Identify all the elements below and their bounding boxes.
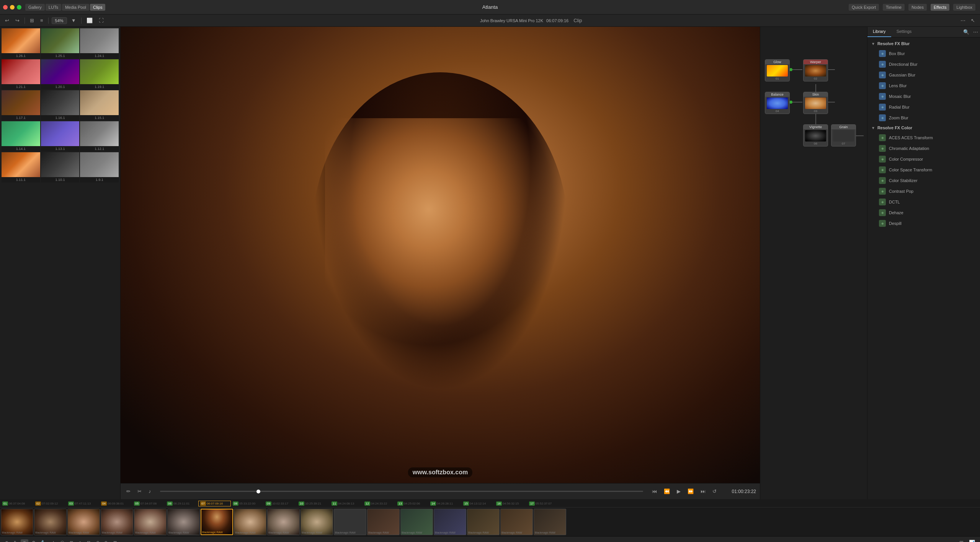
lib-item-color-space-transform[interactable]: ◈ Color Space Transform [867,164,980,175]
color-page-tool-9[interactable]: ◈ [77,539,83,542]
blade-tool-button[interactable]: ✂ [136,488,144,495]
list-item[interactable]: 1.13.1 [41,121,80,151]
zoom-dropdown[interactable]: ▼ [69,17,78,24]
audio-button[interactable]: ♪ [147,488,153,495]
lib-item-contrast-pop[interactable]: ◈ Contrast Pop [867,186,980,197]
color-page-tool-13[interactable]: ⊠ [111,539,119,542]
full-screen-button[interactable]: ⛶ [97,17,106,24]
lib-item-dctl[interactable]: ◈ DCTL [867,197,980,207]
media-pool-button[interactable]: Media Pool [62,4,89,11]
list-item[interactable]: 1.15.1 [80,90,119,120]
color-page-tool-1[interactable]: ⊕ [3,539,10,542]
color-page-tool-7[interactable]: ⬡ [59,539,66,542]
viewer-options-button[interactable]: ⋯ [959,17,967,24]
timeline-button[interactable]: Timeline [883,4,905,11]
lib-item-radial-blur[interactable]: ◈ Radial Blur [867,102,980,112]
lib-item-mosaic-blur[interactable]: ◈ Mosaic Blur [867,91,980,102]
luts-button[interactable]: LUTs [46,4,61,11]
list-item[interactable]: 1.26.1 [2,28,40,59]
play-button[interactable]: ▶ [675,488,683,495]
list-item[interactable]: 1.16.1 [41,90,80,120]
list-item[interactable]: 1.19.1 [80,59,119,90]
close-button[interactable] [3,5,8,10]
scope-options-button[interactable]: ⊞ [957,539,965,542]
lib-item-dehaze[interactable]: ◈ Dehaze [867,207,980,218]
step-forward-button[interactable]: ⏩ [686,488,696,495]
redo-button[interactable]: ↪ [13,17,21,24]
color-page-tool-6[interactable]: ✦ [50,539,57,542]
cursor-tool[interactable]: ↖ [969,17,977,24]
timeline-clip-02[interactable]: Blackmagic RAW [34,509,67,535]
lib-item-aces-transform[interactable]: ◈ ACES ACES Transform [867,132,980,143]
color-page-tool-2[interactable]: ✎ [12,539,19,542]
node-warper[interactable]: Warper 02 [803,59,828,81]
timeline-clip-07-active[interactable]: Blackmagic RAW [201,509,233,535]
go-to-start-button[interactable]: ⏮ [650,488,659,495]
lib-item-directional-blur[interactable]: ◈ Directional Blur [867,59,980,70]
list-item[interactable]: 1.11.1 [2,152,40,182]
gallery-button[interactable]: Gallery [25,4,45,11]
maximize-button[interactable] [17,5,21,10]
timeline-clip-08[interactable]: Blackmagic RAW [234,509,266,535]
progress-handle[interactable] [256,490,260,493]
lib-item-lens-blur[interactable]: ◈ Lens Blur [867,80,980,91]
edit-tool-button[interactable]: ✏ [124,488,132,495]
progress-bar[interactable] [160,491,644,492]
timeline-clip-12[interactable]: Blackmagic RAW [367,509,400,535]
timeline-clip-14[interactable]: Blackmagic RAW [434,509,466,535]
go-to-end-button[interactable]: ⏭ [699,488,707,495]
color-page-tool-5[interactable]: 🔧 [39,539,48,542]
color-page-tool-3[interactable]: ◉ [21,539,28,542]
step-back-button[interactable]: ⏪ [662,488,672,495]
nodes-button[interactable]: Nodes [908,4,927,11]
fit-button[interactable]: ⬜ [85,17,95,24]
timeline-clip-03[interactable]: Blackmagic RAW [67,509,100,535]
timeline-clip-04[interactable]: Blackmagic RAW [101,509,133,535]
node-vignette[interactable]: Vignette 06 [803,124,828,146]
lib-item-color-compressor[interactable]: ◈ Color Compressor [867,154,980,164]
timeline-clip-01[interactable]: Blackmagic RAW [1,509,33,535]
lib-item-gaussian-blur[interactable]: ◈ Gaussian Blur [867,70,980,80]
tab-settings[interactable]: Settings [891,27,917,37]
node-grain[interactable]: Grain 07 [831,124,856,146]
effects-button[interactable]: Effects [931,4,949,11]
color-page-tool-8[interactable]: ⊞ [68,539,75,542]
color-page-tool-12[interactable]: ↷ [103,539,110,542]
clip-info-button[interactable]: Clip [572,17,584,24]
timeline-clip-11[interactable]: Blackmagic RAW [334,509,366,535]
minimize-button[interactable] [10,5,15,10]
list-item[interactable]: 1.10.1 [41,152,80,182]
node-skin[interactable]: Skin 03 [803,92,828,114]
list-item[interactable]: 1.25.1 [41,28,80,59]
list-item[interactable]: 1.14.1 [2,121,40,151]
list-item[interactable]: 1.21.1 [2,59,40,90]
color-page-tool-11[interactable]: ↶ [94,539,101,542]
quick-export-button[interactable]: Quick Export [849,4,879,11]
list-item[interactable]: 1.17.1 [2,90,40,120]
node-glow[interactable]: Glow 01 [765,59,790,81]
timeline-clip-16[interactable]: Blackmagic RAW [500,509,533,535]
list-item[interactable]: 1.9.1 [80,152,119,182]
lightbox-button[interactable]: Lightbox [953,4,975,11]
lib-item-box-blur[interactable]: ◈ Box Blur [867,48,980,59]
color-page-tool-4[interactable]: ⚙ [30,539,38,542]
list-item[interactable]: 1.24.1 [80,28,119,59]
tab-library[interactable]: Library [867,27,891,37]
clips-button[interactable]: Clips [90,4,105,11]
node-balance[interactable]: Balance 04 [765,92,790,114]
lib-item-zoom-blur[interactable]: ◈ Zoom Blur [867,112,980,123]
panel-options-button[interactable]: 📊 [967,539,977,542]
lib-section-color[interactable]: ▼ Resolve FX Color [867,123,980,132]
lib-section-blur[interactable]: ▼ Resolve FX Blur [867,39,980,48]
list-item[interactable]: 1.12.1 [80,121,119,151]
timeline-clip-13[interactable]: Blackmagic RAW [400,509,433,535]
undo-button[interactable]: ↩ [3,17,11,24]
library-search-button[interactable]: 🔍 [961,27,971,37]
lib-item-chromatic-adaptation[interactable]: ◈ Chromatic Adaptation [867,143,980,154]
lib-item-despill[interactable]: ◈ Despill [867,218,980,229]
color-page-tool-10[interactable]: ⊡ [85,539,92,542]
lib-item-color-stabilizer[interactable]: ◈ Color Stabilizer [867,175,980,186]
timeline-clip-09[interactable]: Blackmagic RAW [267,509,300,535]
timeline-clip-05[interactable]: Blackmagic RAW [134,509,167,535]
loop-button[interactable]: ↺ [710,488,719,495]
